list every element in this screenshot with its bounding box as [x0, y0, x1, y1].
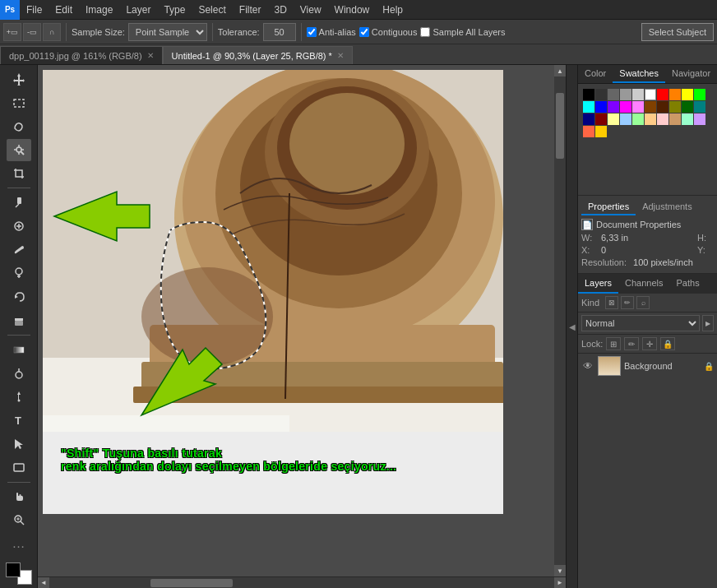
- h-scroll-left[interactable]: ◄: [38, 577, 49, 589]
- lock-all-btn[interactable]: 🔒: [660, 337, 675, 350]
- h-scroll-thumb[interactable]: [150, 579, 233, 587]
- menu-image[interactable]: Image: [79, 0, 119, 19]
- eraser-btn[interactable]: [7, 309, 31, 331]
- swatch-magenta[interactable]: [620, 101, 631, 113]
- swatch-lightblue[interactable]: [620, 113, 631, 125]
- tolerance-input[interactable]: [263, 23, 296, 41]
- menu-filter[interactable]: Filter: [233, 0, 268, 19]
- swatch-black[interactable]: [583, 89, 594, 100]
- magic-wand-btn[interactable]: [7, 139, 31, 161]
- hand-tool-btn[interactable]: [7, 485, 31, 507]
- scroll-up-arrow[interactable]: ▲: [554, 65, 566, 76]
- h-scroll-right[interactable]: ►: [554, 577, 566, 589]
- kind-filter-expand[interactable]: ⌕: [636, 296, 650, 309]
- color-tab[interactable]: Color: [578, 65, 613, 83]
- anti-alias-checkbox[interactable]: [307, 27, 317, 37]
- swatch-brown[interactable]: [645, 101, 656, 113]
- adjustments-tab[interactable]: Adjustments: [636, 199, 699, 215]
- navigator-tab[interactable]: Navigator: [665, 65, 717, 83]
- swatch-cyan[interactable]: [583, 101, 594, 113]
- tab-dpp-close[interactable]: ✕: [147, 51, 154, 60]
- swatch-yellow[interactable]: [682, 89, 693, 100]
- history-brush-btn[interactable]: [7, 286, 31, 308]
- blend-mode-select[interactable]: Normal: [581, 315, 700, 331]
- opacity-arrow[interactable]: ▶: [702, 315, 714, 331]
- lock-transparent-btn[interactable]: ⊞: [606, 337, 621, 350]
- kind-filter-icon1[interactable]: ⊠: [605, 296, 618, 309]
- menu-type[interactable]: Type: [157, 0, 192, 19]
- intersect-selection-btn[interactable]: ∩: [43, 23, 61, 41]
- menu-edit[interactable]: Edit: [49, 0, 79, 19]
- menu-3d[interactable]: 3D: [267, 0, 293, 19]
- add-to-selection-btn[interactable]: +▭: [3, 23, 21, 41]
- tab-untitled-close[interactable]: ✕: [337, 51, 344, 60]
- sample-size-select[interactable]: Point Sample: [128, 23, 207, 41]
- swatch-darkred[interactable]: [595, 113, 607, 125]
- path-select-btn[interactable]: [7, 433, 31, 455]
- menu-select[interactable]: Select: [192, 0, 232, 19]
- swatch-lightteal[interactable]: [682, 113, 693, 125]
- swatch-skinbrown[interactable]: [669, 113, 681, 125]
- canvas-scroll[interactable]: "Shift" Tuşuna basılı tutarak renk aralı…: [38, 65, 566, 576]
- scroll-track[interactable]: [554, 76, 566, 565]
- lock-image-btn[interactable]: ✏: [624, 337, 639, 350]
- h-scroll-track[interactable]: [49, 577, 554, 589]
- swatch-lightyellow[interactable]: [608, 113, 619, 125]
- swatch-white[interactable]: [645, 89, 656, 100]
- layer-visibility-eye[interactable]: 👁: [581, 359, 594, 373]
- scroll-down-arrow[interactable]: ▼: [554, 565, 566, 576]
- channels-tab[interactable]: Channels: [618, 274, 669, 294]
- swatch-olive[interactable]: [669, 101, 681, 113]
- paths-tab[interactable]: Paths: [670, 274, 706, 294]
- swatch-orange[interactable]: [669, 89, 681, 100]
- contiguous-checkbox[interactable]: [359, 27, 369, 37]
- sample-all-checkbox[interactable]: [420, 27, 430, 37]
- swatch-red[interactable]: [657, 89, 668, 100]
- lock-position-btn[interactable]: ✛: [642, 337, 657, 350]
- swatch-coral[interactable]: [583, 126, 594, 137]
- eyedropper-btn[interactable]: [7, 192, 31, 214]
- move-tool-btn[interactable]: [7, 68, 31, 90]
- swatch-silver[interactable]: [620, 89, 631, 100]
- swatch-teal[interactable]: [694, 101, 705, 113]
- kind-filter-icon2[interactable]: ✏: [621, 296, 634, 309]
- tab-untitled[interactable]: Untitled-1 @ 90,3% (Layer 25, RGB/8) * ✕: [163, 46, 353, 64]
- crop-tool-btn[interactable]: [7, 163, 31, 185]
- menu-layer[interactable]: Layer: [119, 0, 157, 19]
- properties-tab[interactable]: Properties: [581, 199, 636, 215]
- scroll-thumb[interactable]: [556, 93, 564, 159]
- swatch-lightgreen[interactable]: [632, 113, 644, 125]
- swatch-pink[interactable]: [632, 101, 644, 113]
- select-subject-button[interactable]: Select Subject: [641, 23, 714, 41]
- clone-stamp-btn[interactable]: [7, 262, 31, 285]
- healing-brush-btn[interactable]: [7, 215, 31, 238]
- swatch-darkgray[interactable]: [595, 89, 607, 100]
- swatch-darkbrown[interactable]: [657, 101, 668, 113]
- layer-row-background[interactable]: 👁 Background 🔒: [578, 354, 717, 378]
- zoom-btn[interactable]: [7, 509, 31, 531]
- vertical-scrollbar[interactable]: ▲ ▼: [554, 65, 566, 576]
- swatches-tab[interactable]: Swatches: [613, 65, 665, 83]
- swatch-gray[interactable]: [608, 89, 619, 100]
- swatch-blue[interactable]: [595, 101, 607, 113]
- more-tools-btn[interactable]: …: [7, 533, 31, 555]
- swatch-lightpink[interactable]: [657, 113, 668, 125]
- menu-help[interactable]: Help: [376, 0, 409, 19]
- lasso-tool-btn[interactable]: [7, 115, 31, 137]
- layers-tab[interactable]: Layers: [578, 274, 618, 294]
- marquee-tool-btn[interactable]: [7, 92, 31, 114]
- swatch-purple[interactable]: [608, 101, 619, 113]
- swatch-lightorange[interactable]: [645, 113, 656, 125]
- foreground-color-box[interactable]: [6, 563, 21, 577]
- dodge-btn[interactable]: [7, 362, 31, 384]
- brush-tool-btn[interactable]: [7, 238, 31, 261]
- swatch-darkgreen[interactable]: [682, 101, 693, 113]
- swatch-gold[interactable]: [595, 126, 607, 137]
- shape-tool-btn[interactable]: [7, 456, 31, 479]
- tab-dpp[interactable]: dpp_00119.jpg @ 161% (RGB/8) ✕: [0, 46, 163, 64]
- menu-file[interactable]: File: [20, 0, 49, 19]
- swatch-navy[interactable]: [583, 113, 594, 125]
- swatch-lightgray[interactable]: [632, 89, 644, 100]
- swatch-green[interactable]: [694, 89, 705, 100]
- gradient-btn[interactable]: [7, 339, 31, 361]
